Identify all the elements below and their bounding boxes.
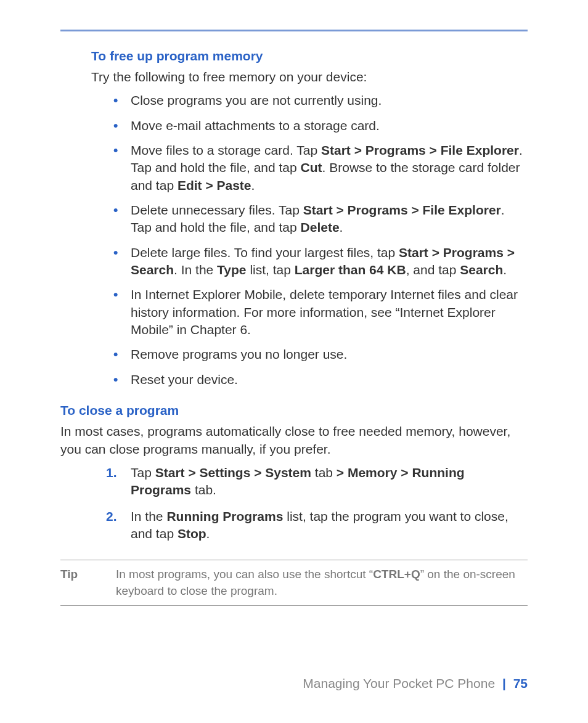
list-item: In the Running Programs list, tap the pr… [95,508,528,543]
text: . [340,220,343,234]
text: Close programs you are not currently usi… [131,93,382,107]
bold-text: Type [217,263,246,277]
bold-text: Larger than 64 KB [295,263,406,277]
bold-text: Stop [178,526,206,541]
bold-text: Start > Programs > File Explorer [303,203,501,217]
footer-title: Managing Your Pocket PC Phone [303,676,495,690]
section-heading-close-program: To close a program [60,403,528,418]
list-item: Close programs you are not currently usi… [110,92,528,109]
bold-text: Search [460,263,503,277]
bullet-list: Close programs you are not currently usi… [110,92,528,388]
section-intro: Try the following to free memory on your… [91,68,528,86]
text: . [503,263,507,277]
text: , and tap [406,263,460,277]
text: tab. [191,483,216,497]
section-intro: In most cases, programs automatically cl… [60,423,528,458]
text: Remove programs you no longer use. [131,347,347,361]
page-number: 75 [513,676,528,690]
bold-text: Start > Settings > System [155,465,311,480]
text: list, tap [247,263,295,277]
tip-block: Tip In most programs, you can also use t… [60,560,528,606]
list-item: Move e-mail attachments to a storage car… [110,117,528,134]
bold-text: Edit > Paste [178,178,251,192]
tip-body: In most programs, you can also use the s… [116,566,528,599]
text: Move e-mail attachments to a storage car… [131,118,380,133]
text: Reset your device. [131,372,238,386]
tip-label: Tip [60,566,116,583]
text: Tap [131,465,155,480]
bold-text: Delete [301,220,340,234]
list-item: Delete unnecessary files. Tap Start > Pr… [110,202,528,237]
numbered-list: Tap Start > Settings > System tab > Memo… [95,464,528,542]
text: . [251,178,255,192]
list-item: Tap Start > Settings > System tab > Memo… [95,464,528,499]
section-heading-free-memory: To free up program memory [91,49,528,63]
footer-divider: | [502,676,506,690]
text: In most programs, you can also use the s… [116,568,373,581]
list-item: Reset your device. [110,371,528,388]
bold-text: Start > Programs > File Explorer [321,143,519,157]
text: tab [311,465,337,480]
list-item: Move files to a storage card. Tap Start … [110,142,528,194]
bold-text: Running Programs [166,509,283,523]
text: Delete unnecessary files. Tap [131,203,303,217]
text: Delete large files. To find your largest… [131,245,399,259]
text: . [206,526,210,541]
list-item: Delete large files. To find your largest… [110,244,528,279]
text: In Internet Explorer Mobile, delete temp… [131,287,518,337]
text: In the [131,509,166,523]
list-item: In Internet Explorer Mobile, delete temp… [110,286,528,338]
text: . In the [174,263,217,277]
bold-text: CTRL+Q [373,568,420,581]
bold-text: Cut [301,160,322,174]
top-rule [60,30,528,31]
document-page: To free up program memory Try the follow… [0,0,588,723]
page-footer: Managing Your Pocket PC Phone | 75 [303,676,528,691]
text: Move files to a storage card. Tap [131,143,321,157]
list-item: Remove programs you no longer use. [110,346,528,363]
